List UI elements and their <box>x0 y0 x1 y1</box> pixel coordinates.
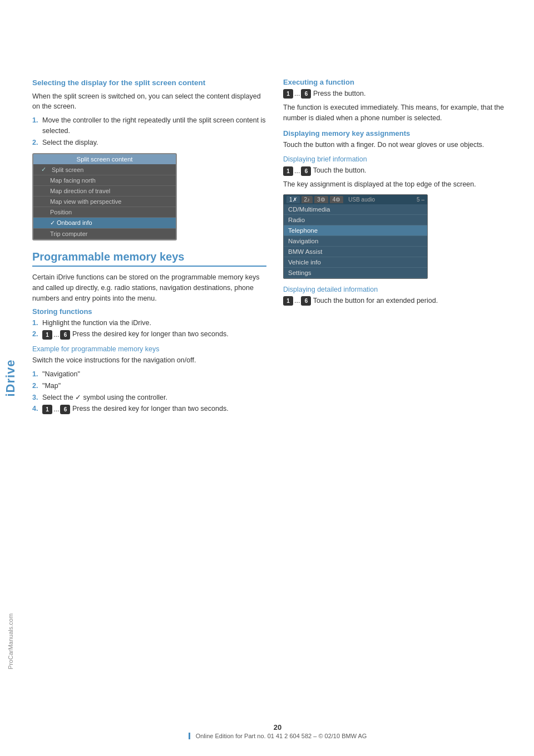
executing-body1: 1 ... 6 Press the button. <box>283 89 517 99</box>
displaying-heading: Displaying memory key assignments <box>283 129 517 138</box>
key-1-btn: 1 <box>42 330 52 340</box>
memory-screen-item: Vehicle info <box>284 257 427 268</box>
key-6-btn-2: 6 <box>60 405 70 414</box>
key-6-detailed: 6 <box>301 296 311 306</box>
example-steps: 1. "Navigation" 2. "Map" 3. Select the ✓… <box>32 369 266 414</box>
screen-item: Position <box>33 207 176 218</box>
memory-screen-item-highlighted: Telephone <box>284 225 427 236</box>
footer: 20 Online Edition for Part no. 01 41 2 6… <box>21 723 534 739</box>
example-body: Switch the voice instructions for the na… <box>32 355 266 366</box>
list-item: 1. Highlight the function via the iDrive… <box>32 318 266 328</box>
key-1-detailed: 1 <box>283 296 293 306</box>
section-detailed-info: Displaying detailed information 1 ... 6 … <box>283 286 517 306</box>
main-content: Selecting the display for the split scre… <box>21 0 534 452</box>
section-split-screen: Selecting the display for the split scre… <box>32 78 266 240</box>
key-6-brief: 6 <box>301 166 311 176</box>
list-item: 4. 1 ... 6 Press the desired key for lon… <box>32 404 266 414</box>
screen-item: Map direction of travel <box>33 186 176 197</box>
list-item: 1. "Navigation" <box>32 369 266 380</box>
mem-tab-usb: USB audio <box>348 197 375 203</box>
split-screen-heading: Selecting the display for the split scre… <box>32 78 266 88</box>
screen-item: Split screen <box>33 164 176 175</box>
brief-body1: 1 ... 6 Touch the button. <box>283 165 517 176</box>
key-sequence: 1 ... 6 <box>42 330 70 340</box>
detailed-heading: Displaying detailed information <box>283 286 517 293</box>
screen-item: Map facing north <box>33 175 176 186</box>
screen-item: Map view with perspective <box>33 197 176 207</box>
legal-text: Online Edition for Part no. 01 41 2 604 … <box>189 733 367 739</box>
memory-screen-header: 1✗ 2♪ 3⚙ 4⚙ USB audio 5 – <box>284 195 427 204</box>
screen-item: Trip computer <box>33 229 176 239</box>
programmable-heading: Programmable memory keys <box>32 251 266 267</box>
screen-title: Split screen content <box>33 154 176 164</box>
key-1-brief: 1 <box>283 166 293 176</box>
memory-screen-mockup: 1✗ 2♪ 3⚙ 4⚙ USB audio 5 – CD/Multimedia … <box>283 194 428 279</box>
mem-tab-3: 3⚙ <box>314 196 328 203</box>
split-screen-body: When the split screen is switched on, yo… <box>32 91 266 112</box>
split-screen-steps: 1. Move the controller to the right repe… <box>32 115 266 148</box>
mem-tab-1: 1✗ <box>286 196 300 203</box>
right-column: Executing a function 1 ... 6 Press the b… <box>283 78 517 419</box>
key-1-exec: 1 <box>283 89 293 99</box>
brand-label: iDrive <box>3 359 18 396</box>
memory-screen-item: Radio <box>284 215 427 225</box>
left-column: Selecting the display for the split scre… <box>32 78 266 419</box>
executing-heading: Executing a function <box>283 78 517 86</box>
brief-heading: Displaying brief information <box>283 155 517 163</box>
url-label: ProCarManuals.com <box>7 613 14 669</box>
key-6-exec: 6 <box>301 89 311 99</box>
split-screen-mockup: Split screen content Split screen Map fa… <box>32 153 177 240</box>
list-item: 1. Move the controller to the right repe… <box>32 115 266 136</box>
example-heading: Example for programmable memory keys <box>32 345 266 353</box>
section-executing: Executing a function 1 ... 6 Press the b… <box>283 78 517 124</box>
key-sequence-brief: 1 ... 6 <box>283 166 311 176</box>
list-item: 2. Select the display. <box>32 138 266 148</box>
section-brief-info: Displaying brief information 1 ... 6 Tou… <box>283 155 517 279</box>
memory-screen-item: BMW Assist <box>284 247 427 257</box>
memory-screen-item: Settings <box>284 268 427 278</box>
memory-screen-item: Navigation <box>284 236 427 247</box>
brief-body2: The key assignment is displayed at the t… <box>283 179 517 190</box>
detailed-body: 1 ... 6 Touch the button for an extended… <box>283 296 517 306</box>
list-item: 3. Select the ✓ symbol using the control… <box>32 392 266 403</box>
key-sequence-detailed: 1 ... 6 <box>283 296 311 306</box>
programmable-body: Certain iDrive functions can be stored o… <box>32 272 266 303</box>
list-item: 2. 1 ... 6 Press the desired key for lon… <box>32 329 266 340</box>
storing-heading: Storing functions <box>32 307 266 316</box>
memory-screen-item: CD/Multimedia <box>284 204 427 215</box>
section-displaying-assignments: Displaying memory key assignments Touch … <box>283 129 517 150</box>
mem-tab-4: 4⚙ <box>330 196 344 203</box>
key-6-btn: 6 <box>60 330 70 340</box>
key-sequence-exec: 1 ... 6 <box>283 89 311 99</box>
key-1-btn-2: 1 <box>42 405 52 414</box>
key-sequence-2: 1 ... 6 <box>42 404 70 415</box>
displaying-body: Touch the button with a finger. Do not w… <box>283 140 517 150</box>
section-programmable-keys: Programmable memory keys Certain iDrive … <box>32 251 266 414</box>
page-number: 20 <box>274 723 281 732</box>
sidebar: iDrive ProCarManuals.com <box>0 0 21 756</box>
storing-steps: 1. Highlight the function via the iDrive… <box>32 318 266 340</box>
mem-tab-2: 2♪ <box>301 196 313 203</box>
list-item: 2. "Map" <box>32 381 266 391</box>
screen-item-highlighted: ✓ Onboard info <box>33 218 176 229</box>
executing-body2: The function is executed immediately. Th… <box>283 102 517 124</box>
mem-header-right: 5 – <box>417 197 424 203</box>
